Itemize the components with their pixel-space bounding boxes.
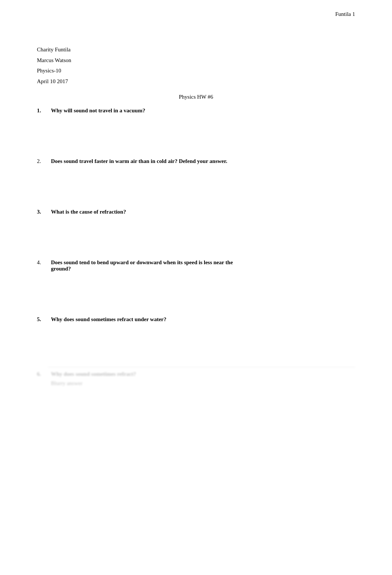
blurred-section: 6. Why does sound sometimes refract? Blu… (37, 367, 355, 387)
student-name: Charity Funtila (37, 44, 355, 55)
blurred-question-6-subtext: Blurry answer (51, 380, 82, 386)
question-1-text: Why will sound not travel in a vacuum? (51, 108, 355, 114)
blurred-question-6: 6. Why does sound sometimes refract? Blu… (37, 371, 355, 387)
document-title: Physics HW #6 (37, 94, 355, 100)
question-4-text-line2: ground? (51, 266, 355, 272)
question-2-number: 2. (37, 158, 48, 164)
question-3: 3. What is the cause of refraction? (37, 209, 355, 215)
question-3-number: 3. (37, 209, 48, 215)
divider (48, 367, 355, 367)
page-header: Funtila 1 (335, 11, 355, 17)
student-info-block: Charity Funtila Marcus Watson Physics-10… (37, 44, 355, 86)
question-4-number: 4. (37, 259, 48, 266)
question-1: 1. Why will sound not travel in a vacuum… (37, 108, 355, 114)
question-4-wrap: Does sound tend to bend upward or downwa… (51, 259, 355, 272)
date: April 10 2017 (37, 76, 355, 87)
question-5-number: 5. (37, 316, 48, 323)
question-2: 2. Does sound travel faster in warm air … (37, 158, 355, 164)
question-3-row: 3. What is the cause of refraction? (37, 209, 355, 215)
blurred-question-6-row: 6. Why does sound sometimes refract? (37, 371, 355, 377)
page-label: Funtila 1 (335, 11, 355, 17)
teacher-name: Marcus Watson (37, 55, 355, 66)
class-name: Physics-10 (37, 65, 355, 76)
blurred-question-6-text: Why does sound sometimes refract? (51, 371, 355, 377)
page: Funtila 1 Charity Funtila Marcus Watson … (0, 0, 392, 575)
blurred-question-6-number: 6. (37, 371, 48, 377)
question-4-text-line1: Does sound tend to bend upward or downwa… (51, 259, 355, 266)
question-5: 5. Why does sound sometimes refract unde… (37, 316, 355, 323)
question-1-number: 1. (37, 108, 48, 114)
questions-list: 1. Why will sound not travel in a vacuum… (37, 108, 355, 323)
question-4-row: 4. Does sound tend to bend upward or dow… (37, 259, 355, 272)
question-5-text: Why does sound sometimes refract under w… (51, 316, 355, 323)
title-text: Physics HW #6 (179, 94, 213, 100)
question-2-row: 2. Does sound travel faster in warm air … (37, 158, 355, 164)
question-2-text: Does sound travel faster in warm air tha… (51, 158, 355, 164)
question-4: 4. Does sound tend to bend upward or dow… (37, 259, 355, 272)
question-1-row: 1. Why will sound not travel in a vacuum… (37, 108, 355, 114)
question-5-row: 5. Why does sound sometimes refract unde… (37, 316, 355, 323)
question-3-text: What is the cause of refraction? (51, 209, 355, 215)
